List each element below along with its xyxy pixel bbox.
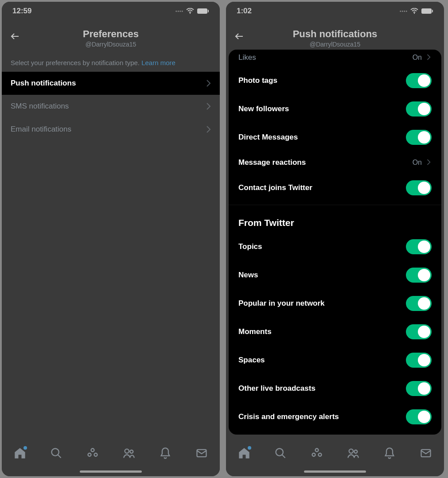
status-time: 12:59 bbox=[12, 7, 31, 16]
tab-search[interactable] bbox=[50, 447, 62, 459]
toggle-switch[interactable] bbox=[406, 268, 432, 283]
row-label: Email notifications bbox=[11, 125, 71, 134]
chevron-right-icon bbox=[426, 54, 432, 62]
page-header: Push notifications @DarrylDsouza15 bbox=[226, 20, 444, 51]
svg-rect-11 bbox=[421, 8, 432, 14]
right-phone-push-notifications: 1:02 •••• Push notifications @DarrylDsou… bbox=[226, 2, 444, 476]
section-title-from-twitter: From Twitter bbox=[229, 208, 441, 233]
setting-spaces[interactable]: Spaces bbox=[229, 346, 441, 374]
row-label: Push notifications bbox=[11, 79, 76, 88]
toggle-switch[interactable] bbox=[406, 381, 432, 396]
setting-new-followers[interactable]: New followers bbox=[229, 95, 441, 123]
setting-popular[interactable]: Popular in your network bbox=[229, 289, 441, 318]
setting-label: New followers bbox=[238, 105, 289, 113]
toggle-switch[interactable] bbox=[406, 353, 432, 368]
setting-label: Other live broadcasts bbox=[238, 384, 316, 393]
svg-point-15 bbox=[312, 453, 316, 456]
back-button[interactable] bbox=[10, 31, 20, 42]
svg-point-7 bbox=[125, 449, 129, 453]
svg-rect-1 bbox=[197, 8, 207, 14]
page-title: Push notifications bbox=[234, 28, 436, 40]
setting-label: News bbox=[238, 271, 258, 280]
setting-label: Moments bbox=[238, 327, 272, 336]
setting-moments[interactable]: Moments bbox=[229, 318, 441, 346]
home-indicator[interactable] bbox=[304, 470, 366, 473]
learn-more-link[interactable]: Learn more bbox=[141, 59, 175, 66]
page-title: Preferences bbox=[10, 28, 212, 40]
toggle-switch[interactable] bbox=[406, 409, 432, 424]
tab-search[interactable] bbox=[274, 447, 287, 459]
cellular-dots-icon: •••• bbox=[175, 9, 183, 14]
tab-home[interactable] bbox=[238, 447, 250, 459]
setting-photo-tags[interactable]: Photo tags bbox=[229, 66, 441, 95]
setting-likes[interactable]: Likes On bbox=[229, 51, 441, 66]
tab-notifications[interactable] bbox=[159, 447, 171, 459]
tab-notifications[interactable] bbox=[383, 447, 396, 459]
wifi-icon bbox=[410, 8, 418, 14]
setting-label: Direct Messages bbox=[238, 133, 298, 142]
svg-rect-2 bbox=[208, 10, 209, 12]
account-handle: @DarrylDsouza15 bbox=[10, 41, 212, 48]
tab-communities[interactable] bbox=[347, 447, 359, 459]
tab-messages[interactable] bbox=[195, 447, 208, 459]
svg-point-16 bbox=[319, 453, 322, 456]
battery-icon bbox=[197, 8, 209, 14]
back-button[interactable] bbox=[234, 31, 245, 42]
svg-point-13 bbox=[276, 449, 283, 456]
settings-panel: Likes On Photo tags New followers Direct… bbox=[229, 50, 441, 435]
setting-value: On bbox=[413, 54, 422, 62]
toggle-switch[interactable] bbox=[406, 73, 432, 88]
chevron-right-icon bbox=[426, 159, 432, 167]
row-label: SMS notifications bbox=[11, 102, 69, 111]
divider bbox=[229, 205, 441, 205]
setting-contact-joins[interactable]: Contact joins Twitter bbox=[229, 174, 441, 202]
row-email-notifications[interactable]: Email notifications bbox=[2, 118, 220, 141]
setting-label: Message reactions bbox=[238, 158, 306, 167]
tab-messages[interactable] bbox=[420, 447, 432, 459]
battery-icon bbox=[421, 8, 433, 14]
toggle-switch[interactable] bbox=[406, 101, 432, 117]
toggle-switch[interactable] bbox=[406, 324, 432, 339]
chevron-right-icon bbox=[206, 102, 211, 110]
svg-point-6 bbox=[94, 453, 97, 456]
setting-label: Contact joins Twitter bbox=[238, 183, 312, 192]
svg-point-10 bbox=[414, 13, 415, 14]
preferences-list: Push notifications SMS notifications Ema… bbox=[2, 72, 220, 439]
svg-point-5 bbox=[88, 453, 91, 456]
wifi-icon bbox=[186, 8, 194, 14]
setting-message-reactions[interactable]: Message reactions On bbox=[229, 152, 441, 174]
setting-topics[interactable]: Topics bbox=[229, 233, 441, 261]
row-push-notifications[interactable]: Push notifications bbox=[2, 72, 220, 95]
home-indicator[interactable] bbox=[80, 470, 142, 473]
notification-dot bbox=[248, 446, 251, 450]
setting-first-look[interactable]: First look at new features bbox=[229, 431, 441, 435]
status-bar: 1:02 •••• bbox=[226, 2, 444, 20]
cellular-dots-icon: •••• bbox=[400, 9, 408, 14]
svg-point-4 bbox=[91, 449, 94, 452]
svg-rect-12 bbox=[432, 10, 433, 12]
setting-label: Spaces bbox=[238, 356, 265, 365]
tab-home[interactable] bbox=[14, 447, 26, 459]
status-bar: 12:59 •••• bbox=[2, 2, 220, 20]
setting-crisis-alerts[interactable]: Crisis and emergency alerts bbox=[229, 403, 441, 431]
tab-spaces[interactable] bbox=[86, 447, 99, 459]
page-header: Preferences @DarrylDsouza15 bbox=[2, 20, 220, 51]
setting-label: Likes bbox=[238, 53, 256, 62]
setting-value: On bbox=[413, 159, 422, 167]
toggle-switch[interactable] bbox=[406, 239, 432, 254]
row-sms-notifications[interactable]: SMS notifications bbox=[2, 95, 220, 118]
setting-label: Topics bbox=[238, 242, 262, 251]
svg-point-18 bbox=[354, 450, 357, 453]
toggle-switch[interactable] bbox=[406, 130, 432, 145]
setting-direct-messages[interactable]: Direct Messages bbox=[229, 123, 441, 152]
svg-point-3 bbox=[52, 449, 59, 456]
svg-point-17 bbox=[349, 449, 353, 453]
setting-other-live[interactable]: Other live broadcasts bbox=[229, 374, 441, 403]
toggle-switch[interactable] bbox=[406, 180, 432, 195]
status-time: 1:02 bbox=[237, 7, 252, 16]
chevron-right-icon bbox=[206, 79, 211, 87]
toggle-switch[interactable] bbox=[406, 296, 432, 311]
tab-spaces[interactable] bbox=[311, 447, 323, 459]
tab-communities[interactable] bbox=[123, 447, 135, 459]
setting-news[interactable]: News bbox=[229, 261, 441, 289]
